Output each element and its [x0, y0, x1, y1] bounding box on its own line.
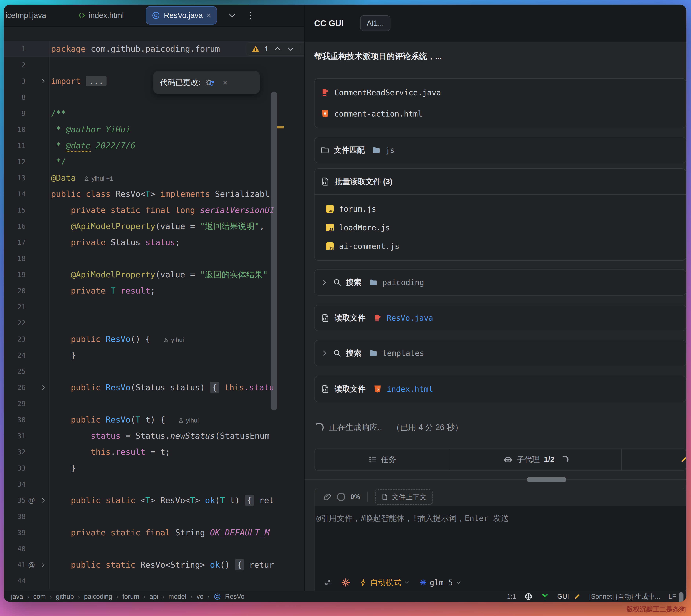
- code-line[interactable]: 12 */: [4, 154, 304, 170]
- reload-debug-icon[interactable]: [205, 78, 214, 87]
- code-line[interactable]: 16 @ApiModelProperty(value = "返回结果说明",: [4, 218, 304, 234]
- session-status[interactable]: [Sonnet] {自动} 生成中...: [589, 592, 661, 601]
- search-row[interactable]: 搜索paicoding: [315, 269, 686, 295]
- expand-chevron-right-icon[interactable]: [321, 279, 328, 286]
- mode-selector[interactable]: 自动模式: [359, 577, 410, 588]
- code-line[interactable]: 25: [4, 363, 304, 379]
- code-line[interactable]: 31 status = Status.newStatus(StatusEnum: [4, 428, 304, 444]
- file-item[interactable]: 5comment-action.html: [315, 103, 686, 125]
- author-inlay-hint[interactable]: yihui: [178, 417, 199, 424]
- code-line[interactable]: 22: [4, 315, 304, 331]
- gui-label[interactable]: GUI: [557, 593, 569, 600]
- js-file-item[interactable]: JSloadMore.js: [315, 218, 686, 237]
- code-line[interactable]: 18: [4, 250, 304, 267]
- breadcrumb-item[interactable]: paicoding: [84, 593, 112, 600]
- prev-issue-chevron-up-icon[interactable]: [273, 45, 282, 53]
- annotation-gutter-icon[interactable]: @: [26, 561, 37, 569]
- code-line[interactable]: 10 * @author YiHui: [4, 122, 304, 138]
- code-line[interactable]: 23 public ResVo() { yihui: [4, 331, 304, 347]
- fold-chevron-icon[interactable]: [37, 379, 49, 396]
- code-line[interactable]: 35@ public static <T> ResVo<T> ok(T t) {…: [4, 492, 304, 508]
- tab-subagent[interactable]: 子代理 1/2: [451, 449, 621, 470]
- close-tab-icon[interactable]: ×: [207, 12, 211, 19]
- author-inlay-hint[interactable]: yihui: [163, 336, 184, 343]
- tab-edit-partial[interactable]: [622, 449, 686, 470]
- file-match-row[interactable]: 文件匹配js: [315, 137, 686, 163]
- author-inlay-hint[interactable]: yihui +1: [83, 175, 113, 182]
- breadcrumb-item[interactable]: vo: [196, 593, 204, 600]
- breadcrumb-item[interactable]: forum: [123, 593, 139, 600]
- search-card[interactable]: 搜索templates: [314, 340, 686, 366]
- read-file-name[interactable]: index.html: [387, 384, 433, 394]
- code-line[interactable]: 38: [4, 508, 304, 525]
- code-line[interactable]: 24 }: [4, 347, 304, 363]
- tab-tasks[interactable]: 任务: [315, 449, 450, 470]
- batch-read-card[interactable]: 批量读取文件 (3)JSforum.jsJSloadMore.jsJSai-co…: [314, 168, 686, 261]
- expand-chevron-right-icon[interactable]: [321, 349, 328, 357]
- next-issue-chevron-down-icon[interactable]: [287, 45, 295, 53]
- sprout-icon[interactable]: [541, 592, 549, 601]
- code-line[interactable]: 39 private static final String OK_DEFAUL…: [4, 525, 304, 541]
- js-file-item[interactable]: JSforum.js: [315, 200, 686, 218]
- code-line[interactable]: 41@ public static ResVo<String> ok() { r…: [4, 557, 304, 573]
- code-line[interactable]: 15 private static final long serialVersi…: [4, 202, 304, 218]
- panel-scrollbar-thumb[interactable]: [679, 592, 684, 602]
- read-file-row[interactable]: 读取文件5index.html: [315, 376, 686, 402]
- code-line[interactable]: 9/**: [4, 105, 304, 122]
- tab-index-html[interactable]: index.html: [89, 11, 124, 20]
- annotation-gutter-icon[interactable]: @: [26, 497, 37, 504]
- file-match-card[interactable]: 文件匹配js: [314, 137, 686, 163]
- inspections-widget[interactable]: 1: [246, 42, 304, 56]
- starburst-icon[interactable]: [341, 578, 351, 587]
- code-line[interactable]: 19 @ApiModelProperty(value = "返回的实体结果": [4, 267, 304, 283]
- code-line[interactable]: 2: [4, 57, 304, 73]
- file-context-chip[interactable]: 文件上下文: [375, 489, 433, 505]
- model-selector[interactable]: glm-5: [419, 578, 462, 587]
- code-line[interactable]: 40: [4, 541, 304, 557]
- read-file-name[interactable]: ResVo.java: [387, 313, 433, 323]
- paperclip-icon[interactable]: [323, 493, 332, 501]
- code-line[interactable]: 17 private Status status;: [4, 234, 304, 250]
- tab-resvo-active[interactable]: ResVo.java ×: [146, 6, 217, 25]
- caret-position[interactable]: 1:1: [507, 593, 516, 600]
- search-row[interactable]: 搜索templates: [315, 340, 686, 366]
- ai-session-tab[interactable]: AI1...: [360, 15, 391, 31]
- code-line[interactable]: 20 private T result;: [4, 283, 304, 299]
- code-line[interactable]: 11 * @date 2022/7/6: [4, 138, 304, 154]
- read-file-card[interactable]: 读取文件ResVo.java: [314, 305, 686, 331]
- popup-close-icon[interactable]: ×: [223, 78, 228, 87]
- code-line[interactable]: 34: [4, 476, 304, 492]
- tab-options-kebab-icon[interactable]: ⋮: [246, 10, 255, 21]
- file-item[interactable]: CommentReadService.java: [315, 82, 686, 103]
- code-line[interactable]: 44: [4, 573, 304, 589]
- editor-scrollbar-thumb[interactable]: [271, 92, 277, 411]
- splitter-handle[interactable]: [527, 477, 566, 482]
- breadcrumb-class-item[interactable]: ResVo: [225, 593, 245, 600]
- breadcrumb-item[interactable]: java: [11, 593, 23, 600]
- code-line[interactable]: 30 public ResVo(T t) { yihui: [4, 412, 304, 428]
- fold-chevron-icon[interactable]: [37, 557, 49, 573]
- code-line[interactable]: 29: [4, 396, 304, 412]
- line-ending[interactable]: LF: [668, 593, 676, 600]
- code-line[interactable]: 32 this.result = t;: [4, 444, 304, 460]
- openai-logo-icon[interactable]: [524, 592, 533, 601]
- code-line[interactable]: 26 public ResVo(Status status) { this.st…: [4, 379, 304, 396]
- error-stripe-mark[interactable]: [277, 126, 284, 128]
- breadcrumb-item[interactable]: api: [149, 593, 158, 600]
- code-editor[interactable]: 1package com.github.paicoding.forum23imp…: [4, 26, 304, 591]
- breadcrumb-item[interactable]: com: [33, 593, 46, 600]
- search-card[interactable]: 搜索paicoding: [314, 269, 686, 295]
- breadcrumb-item[interactable]: github: [56, 593, 74, 600]
- code-line[interactable]: 21: [4, 299, 304, 315]
- fold-chevron-icon[interactable]: [37, 492, 49, 508]
- referenced-files-card[interactable]: CommentReadService.java5comment-action.h…: [314, 78, 686, 128]
- fold-chevron-icon[interactable]: [37, 73, 49, 89]
- tab-serviceimpl[interactable]: iceImpl.java: [5, 11, 46, 20]
- chat-input-placeholder[interactable]: @引用文件，#唤起智能体，!插入提示词，Enter 发送: [316, 513, 686, 524]
- code-line[interactable]: 13@Datayihui +1: [4, 170, 304, 186]
- batch-read-header[interactable]: 批量读取文件 (3): [315, 169, 686, 194]
- panel-splitter[interactable]: [314, 477, 686, 482]
- tune-sliders-icon[interactable]: [323, 578, 332, 587]
- read-file-row[interactable]: 读取文件ResVo.java: [315, 305, 686, 331]
- code-line[interactable]: 14public class ResVo<T> implements Seria…: [4, 186, 304, 202]
